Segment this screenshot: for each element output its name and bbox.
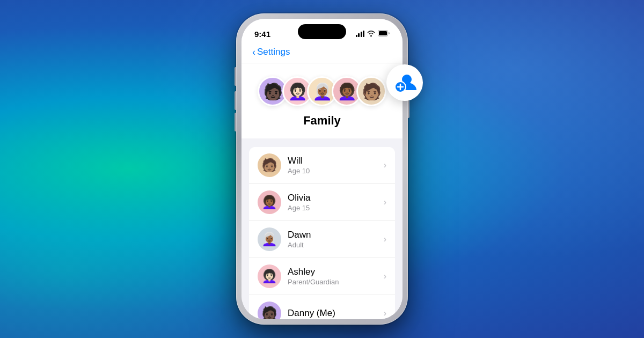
member-avatar-ashley: 👩🏻‍🦱 — [258, 264, 281, 288]
member-name-danny: Danny (Me) — [288, 307, 384, 319]
member-info-danny: Danny (Me) — [288, 307, 384, 319]
member-age-dawn: Adult — [288, 241, 384, 250]
family-member-ashley[interactable]: 👩🏻‍🦱 Ashley Parent/Guardian › — [249, 258, 395, 295]
avatar-row: 🧑🏿 👩🏻‍🦱 👩🏾‍🦳 👩🏾‍🦱 🧑🏽 — [258, 76, 386, 106]
family-member-danny[interactable]: 🧑🏿 Danny (Me) › — [249, 295, 395, 319]
dynamic-island — [298, 24, 346, 39]
family-list: 🧑🏽 Will Age 10 › 👩🏾‍🦱 Olivia Age 15 › — [249, 147, 395, 319]
member-age-olivia: Age 15 — [288, 204, 384, 213]
family-member-dawn[interactable]: 👩🏾‍🦳 Dawn Adult › — [249, 221, 395, 258]
member-name-olivia: Olivia — [288, 192, 384, 204]
wifi-icon — [367, 30, 375, 38]
add-member-button[interactable] — [386, 64, 423, 101]
status-bar: 9:41 — [241, 19, 402, 42]
member-info-dawn: Dawn Adult — [288, 229, 384, 250]
member-avatar-olivia: 👩🏾‍🦱 — [258, 190, 281, 214]
status-icons — [356, 29, 390, 39]
member-name-dawn: Dawn — [288, 229, 384, 241]
family-title: Family — [303, 114, 341, 128]
member-name-ashley: Ashley — [288, 266, 384, 278]
family-member-will[interactable]: 🧑🏽 Will Age 10 › — [249, 147, 395, 184]
back-label: Settings — [257, 47, 290, 57]
chevron-right-icon: › — [384, 308, 386, 318]
family-member-olivia[interactable]: 👩🏾‍🦱 Olivia Age 15 › — [249, 184, 395, 221]
add-person-icon — [392, 70, 418, 95]
battery-icon — [378, 29, 390, 39]
signal-bar-2 — [358, 33, 360, 37]
family-avatar-5: 🧑🏽 — [356, 76, 386, 106]
chevron-right-icon: › — [384, 160, 386, 170]
chevron-right-icon: › — [384, 197, 386, 207]
phone-container: 9:41 — [236, 13, 408, 325]
member-info-olivia: Olivia Age 15 — [288, 192, 384, 213]
phone-screen: 9:41 — [241, 19, 402, 319]
svg-rect-5 — [379, 31, 387, 35]
back-button[interactable]: ‹ Settings — [252, 47, 290, 57]
signal-bar-3 — [361, 32, 362, 37]
member-name-will: Will — [288, 155, 384, 167]
member-age-ashley: Parent/Guardian — [288, 278, 384, 287]
member-age-will: Age 10 — [288, 167, 384, 176]
nav-bar: ‹ Settings — [241, 42, 402, 63]
signal-bar-4 — [363, 31, 364, 37]
avatar-section: 🧑🏿 👩🏻‍🦱 👩🏾‍🦳 👩🏾‍🦱 🧑🏽 Family — [241, 63, 402, 138]
chevron-right-icon: › — [384, 234, 386, 244]
member-avatar-danny: 🧑🏿 — [258, 302, 281, 319]
signal-bar-1 — [356, 35, 357, 37]
member-info-will: Will Age 10 — [288, 155, 384, 176]
status-time: 9:41 — [254, 30, 270, 39]
member-avatar-will: 🧑🏽 — [258, 153, 281, 177]
member-info-ashley: Ashley Parent/Guardian — [288, 266, 384, 287]
chevron-right-icon: › — [384, 271, 386, 281]
back-chevron-icon: ‹ — [252, 47, 255, 57]
member-avatar-dawn: 👩🏾‍🦳 — [258, 227, 281, 251]
signal-bars-icon — [356, 31, 365, 37]
main-content: 🧑🏿 👩🏻‍🦱 👩🏾‍🦳 👩🏾‍🦱 🧑🏽 Family 🧑🏽 Will Age … — [241, 63, 402, 319]
